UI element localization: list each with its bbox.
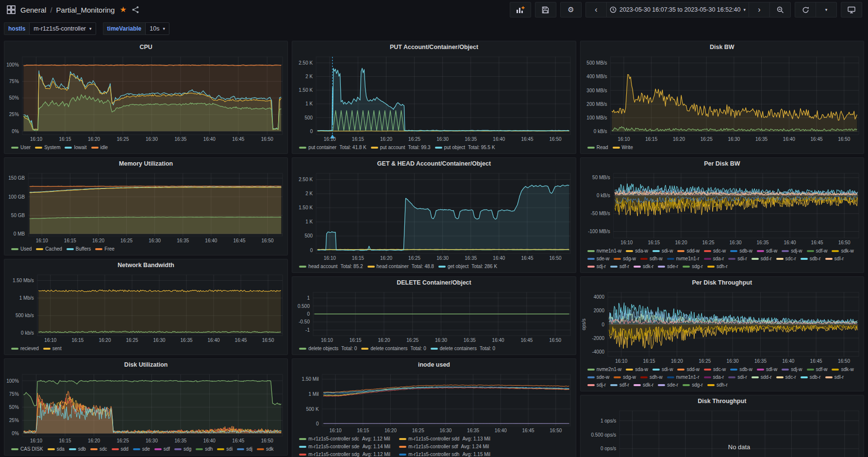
legend-item[interactable]: m-r1z1s5-controller sdeAvg: 1.14 Mil: [299, 443, 399, 450]
save-dashboard-button[interactable]: [535, 2, 556, 17]
panel-title-perdiskbw[interactable]: Per Disk BW: [581, 158, 864, 169]
legend-item[interactable]: sdl-r: [825, 373, 844, 381]
legend-item[interactable]: m-r1z1s5-controller sdgAvg: 1.12 Mil: [299, 451, 399, 457]
chart-get[interactable]: 2.50 K2 K1.50 K1 K500016:1016:1516:2016:…: [292, 169, 575, 262]
legend-item[interactable]: sda-w: [626, 247, 648, 254]
legend-item[interactable]: sdd: [112, 445, 129, 453]
legend-item[interactable]: sda-w: [626, 366, 648, 373]
chart-diskbw[interactable]: 500 MB/s400 MB/s300 MB/s200 MB/s100 MB/s…: [581, 53, 864, 143]
legend-item[interactable]: User: [11, 144, 31, 151]
legend-item[interactable]: put accountTotal: 99.3: [371, 144, 431, 151]
legend-item[interactable]: sdf: [154, 445, 170, 453]
legend-item[interactable]: sdb-w: [730, 247, 752, 254]
legend-item[interactable]: sdc: [90, 445, 107, 453]
legend-item[interactable]: sdi-r: [728, 255, 747, 262]
refresh-button[interactable]: [795, 2, 816, 17]
legend-item[interactable]: sde-r: [658, 263, 678, 270]
legend-item[interactable]: sdi-r: [728, 373, 747, 381]
legend-item[interactable]: sdk: [257, 445, 274, 453]
legend-item[interactable]: sdh: [196, 445, 213, 453]
chart-diskthru[interactable]: 1 ops/s0.500 ops/s0 ops/s-0.50 ops/s16:1…: [581, 407, 864, 457]
zoom-out-button[interactable]: [769, 2, 791, 17]
legend-item[interactable]: sdl-w: [757, 366, 777, 373]
legend-item[interactable]: sdi-w: [652, 366, 673, 373]
panel-title-del[interactable]: DELETE Container/Object: [292, 277, 575, 288]
panel-title-get[interactable]: GET & HEAD Account/Container/Object: [292, 158, 575, 169]
legend-item[interactable]: sda-r: [704, 255, 724, 262]
legend-item[interactable]: sde: [133, 445, 150, 453]
legend-item[interactable]: sdg-w: [614, 255, 636, 262]
share-icon[interactable]: [132, 6, 139, 14]
legend-item[interactable]: idle: [91, 144, 108, 151]
chart-perdiskbw[interactable]: 50 MB/s0 kB/s-50 MB/s-100 MB/s16:1016:15…: [581, 169, 864, 247]
legend-item[interactable]: sdc-w: [704, 247, 726, 254]
legend-item[interactable]: sdc-r: [776, 255, 796, 262]
legend-item[interactable]: sdg-w: [614, 373, 636, 381]
legend-item[interactable]: sdb-r: [801, 373, 821, 381]
legend-item[interactable]: sdf-r: [610, 263, 629, 270]
legend-item[interactable]: sdd-r: [751, 255, 772, 262]
legend-item[interactable]: m-r1z1s5-controller sdcAvg: 1.12 Mil: [299, 435, 399, 442]
legend-item[interactable]: sdg: [174, 445, 191, 453]
panel-title-diskbw[interactable]: Disk BW: [581, 41, 864, 53]
legend-item[interactable]: sdj-r: [587, 381, 606, 389]
panel-title-net[interactable]: Network Bandwidth: [4, 259, 287, 271]
legend-item[interactable]: sdk-r: [634, 381, 653, 389]
legend-item[interactable]: sdi: [217, 445, 233, 453]
legend-item[interactable]: Read: [587, 144, 608, 151]
legend-item[interactable]: System: [35, 144, 60, 151]
panel-title-cpu[interactable]: CPU: [4, 41, 287, 53]
breadcrumb-folder[interactable]: General: [20, 6, 46, 14]
legend-item[interactable]: delete objectsTotal: 0: [299, 345, 357, 352]
legend-item[interactable]: sdb: [69, 445, 86, 453]
add-panel-button[interactable]: [510, 2, 531, 17]
chart-diskutil[interactable]: 100%75%50%25%0%16:1016:1516:2016:2516:30…: [4, 371, 287, 445]
legend-item[interactable]: m-r1z1s5-controller sddAvg: 1.13 Mil: [399, 435, 499, 442]
variable-hostis-select[interactable]: m-r1z1s5-controller▾: [29, 22, 96, 35]
legend-item[interactable]: head accountTotal: 85.2: [299, 263, 363, 270]
dashboard-settings-button[interactable]: ⚙: [560, 2, 582, 17]
legend-item[interactable]: sdf-w: [807, 247, 828, 254]
favorite-star-icon[interactable]: ★: [119, 6, 126, 14]
time-range-forward-button[interactable]: ›: [749, 2, 770, 17]
legend-item[interactable]: sdh-r: [707, 263, 728, 270]
legend-item[interactable]: sdl-r: [825, 255, 844, 262]
legend-item[interactable]: nvme1n1-w: [587, 247, 622, 254]
legend-item[interactable]: sdc-w: [704, 366, 726, 373]
legend-item[interactable]: sda: [48, 445, 65, 453]
legend-item[interactable]: put objectTotal: 95.5 K: [435, 144, 495, 151]
legend-item[interactable]: Write: [613, 144, 633, 151]
legend-item[interactable]: delete containersTotal: 0: [361, 345, 426, 352]
legend-item[interactable]: sdk-w: [832, 366, 853, 373]
panel-title-diskutil[interactable]: Disk Utilization: [4, 359, 287, 371]
legend-item[interactable]: sde-r: [658, 381, 678, 389]
legend-item[interactable]: nvme1n1-r: [667, 373, 700, 381]
chart-cpu[interactable]: 100%75%50%25%0%16:1016:1516:2016:2516:30…: [4, 53, 287, 143]
kiosk-mode-button[interactable]: [841, 2, 862, 17]
variable-timevariable-select[interactable]: 10s▾: [145, 22, 169, 35]
chart-del[interactable]: 10.5000-0.50-116:1016:1516:2016:2516:301…: [292, 288, 575, 344]
chart-mem[interactable]: 150 GB100 GB50 GB0 MB16:1016:1516:2016:2…: [4, 169, 287, 245]
legend-item[interactable]: Used: [11, 245, 32, 253]
legend-item[interactable]: nvme2n1-w: [587, 366, 622, 373]
legend-item[interactable]: sde-w: [587, 373, 610, 381]
legend-item[interactable]: sdh-r: [707, 381, 728, 389]
legend-item[interactable]: sdd-w: [677, 366, 700, 373]
legend-item[interactable]: sda-r: [704, 373, 724, 381]
panel-title-mem[interactable]: Memory Utilization: [4, 158, 287, 169]
legend-item[interactable]: sdk-r: [634, 263, 653, 270]
legend-item[interactable]: get objectTotal: 286 K: [438, 263, 497, 270]
breadcrumb-dashboard[interactable]: Partial_Monitoring: [56, 6, 115, 14]
legend-item[interactable]: sdj-w: [782, 247, 802, 254]
time-range-picker[interactable]: 2023-05-30 16:07:35 to 2023-05-30 16:52:…: [606, 2, 749, 17]
legend-item[interactable]: recieved: [11, 345, 39, 352]
legend-item[interactable]: sdf-r: [610, 381, 629, 389]
legend-item[interactable]: sdb-w: [730, 366, 752, 373]
chart-perdiskthru[interactable]: 400020000-2000-400016:1016:1516:2016:251…: [581, 288, 864, 365]
legend-item[interactable]: sdi-w: [652, 247, 673, 254]
legend-item[interactable]: sdj: [237, 445, 252, 453]
panel-title-perdiskthru[interactable]: Per Disk Throughput: [581, 277, 864, 288]
time-range-back-button[interactable]: ‹: [585, 2, 607, 17]
legend-item[interactable]: sdd-r: [751, 373, 772, 381]
legend-item[interactable]: sdd-w: [677, 247, 700, 254]
